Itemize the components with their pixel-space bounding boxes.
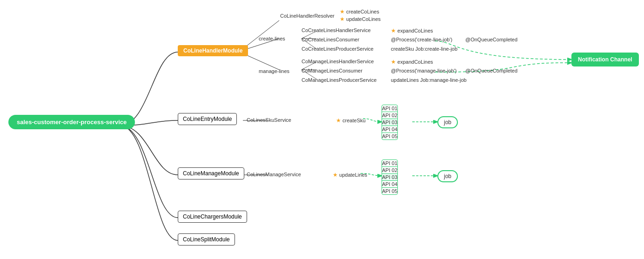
entry-api-box: API 01 API 02 API 03 API 04 API 05 — [382, 105, 398, 140]
create-sku-label: createSku Job:create-line-job — [391, 46, 457, 52]
update-lines-job-label: updateLines Job:manage-line-job — [391, 77, 467, 83]
entry-api-2: API 02 — [382, 112, 397, 119]
create-sku-star: ★ createSku — [336, 117, 366, 124]
svg-line-2 — [243, 53, 279, 70]
expand-colines-1: ★ expandCoLines — [391, 27, 433, 34]
create-lines-label: create-lines — [259, 36, 285, 41]
manage-lines-consumer-label: CoManageLinesConsumer — [302, 68, 362, 73]
chargers-module: CoLineChargersModule — [178, 211, 247, 223]
handler-module-label: CoLineHandlerModule — [183, 47, 242, 54]
entry-module-label: CoLineEntryModule — [183, 116, 232, 122]
sku-service-label: CoLinesSkuService — [247, 117, 291, 123]
manage-lines-producer-label: CoManageLinesProducerService — [302, 77, 376, 83]
handler-module: CoLineHandlerModule — [178, 45, 248, 56]
entry-api-5: API 05 — [382, 133, 397, 139]
chargers-module-label: CoLineChargersModule — [183, 213, 242, 220]
notification-channel: Notification Channel — [571, 53, 639, 66]
entry-module: CoLineEntryModule — [178, 113, 237, 125]
entry-api-3: API 03 — [382, 119, 397, 126]
entry-job-bubble: job — [437, 116, 458, 128]
manage-api-2: API 02 — [382, 167, 397, 174]
process-create-label: @Process('create-line-job') — [391, 37, 452, 42]
manage-module-label: CoLineManageModule — [183, 170, 239, 177]
split-module-label: CoLineSplitModule — [183, 236, 230, 243]
on-queue-completed-2: @OnQueueCompleted — [465, 68, 517, 73]
expand-colines-2: ★ expandCoLines — [391, 59, 433, 65]
entry-api-1: API 01 — [382, 105, 397, 112]
root-label: sales-customer-order-process-service — [17, 119, 127, 126]
resolver-label: CoLineHandlerResolver — [280, 13, 335, 19]
create-lines-consumer-label: CoCreateLinesConsumer — [302, 37, 359, 42]
manage-job-bubble: job — [437, 170, 458, 182]
update-colines-label: ★ updateCoLines — [340, 16, 381, 22]
manage-api-4: API 04 — [382, 181, 397, 188]
manage-api-1: API 01 — [382, 160, 397, 167]
manage-api-5: API 05 — [382, 188, 397, 194]
create-lines-producer-label: CoCreateLinesProducerService — [302, 46, 374, 52]
process-manage-label: @Process('manage-line-job') — [391, 68, 456, 73]
notification-channel-label: Notification Channel — [578, 56, 632, 63]
on-queue-completed-1: @OnQueueCompleted — [465, 37, 517, 42]
manage-lines-handler-label: CoManageLinesHandlerService — [302, 59, 374, 64]
create-lines-handler-label: CoCreateLinesHandlerService — [302, 27, 371, 33]
update-lines-star: ★ updateLines — [333, 172, 367, 178]
create-colines-label: ★ createCoLines — [340, 8, 379, 15]
entry-api-4: API 04 — [382, 126, 397, 133]
manage-api-3: API 03 — [382, 174, 397, 181]
manage-api-box: API 01 API 02 API 03 API 04 API 05 — [382, 159, 398, 195]
root-node: sales-customer-order-process-service — [8, 115, 135, 129]
manage-module: CoLineManageModule — [178, 167, 244, 179]
split-module: CoLineSplitModule — [178, 233, 235, 246]
manage-lines-label: manage-lines — [259, 68, 289, 74]
manage-service-label: CoLinesManageService — [247, 172, 301, 177]
